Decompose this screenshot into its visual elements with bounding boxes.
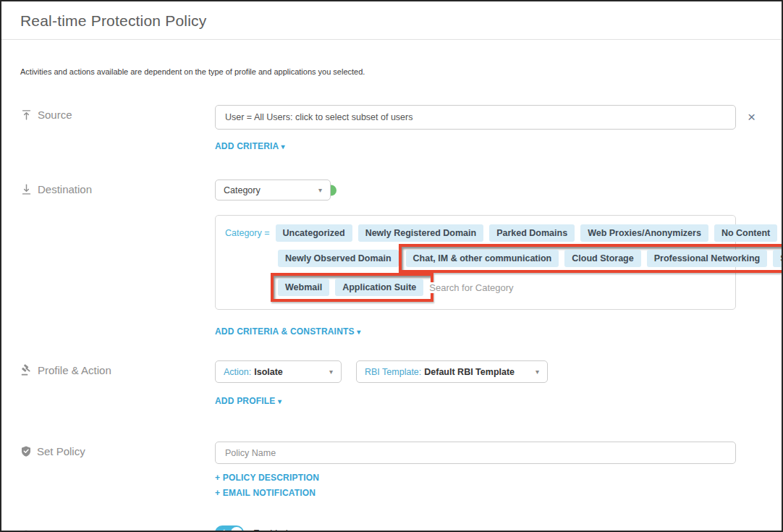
check-circle-icon <box>20 530 32 532</box>
source-label-group: Source <box>20 105 215 121</box>
set-policy-section: Set Policy + POLICY DESCRIPTION + EMAIL … <box>20 442 763 498</box>
destination-section: Destination Category ▾ Category = Uncate… <box>20 180 763 337</box>
destination-label: Destination <box>38 183 92 195</box>
set-policy-label: Set Policy <box>37 445 85 457</box>
category-chip[interactable]: Professional Networking <box>647 250 768 267</box>
category-chip[interactable]: Cloud Storage <box>564 250 640 267</box>
policy-name-input[interactable] <box>215 442 736 464</box>
chips-row-1: Category = UncategorizedNewly Registered… <box>223 221 728 244</box>
gavel-icon <box>20 364 33 376</box>
source-label: Source <box>38 109 72 121</box>
add-criteria-constraints-link[interactable]: ADD CRITERIA & CONSTRAINTS ▾ <box>215 326 361 337</box>
category-chip[interactable]: Chat, IM & other communication <box>406 250 559 267</box>
status-value: Enabled <box>253 528 288 532</box>
chevron-down-icon: ▾ <box>357 328 360 336</box>
destination-type-select[interactable]: Category ▾ <box>215 180 331 200</box>
action-select[interactable]: Action: Isolate ▾ <box>215 360 342 383</box>
highlight-box-row3: WebmailApplication Suite <box>271 273 433 302</box>
highlight-box-row2: Chat, IM & other communicationCloud Stor… <box>399 244 783 273</box>
chips-row3-highlighted-list: WebmailApplication Suite <box>278 279 429 296</box>
profile-action-label: Profile & Action <box>38 364 111 376</box>
profile-action-section: Profile & Action Action: Isolate ▾ RBI T… <box>20 360 763 407</box>
category-equals-label: Category = <box>223 228 276 238</box>
category-chip[interactable]: Uncategorized <box>276 224 352 242</box>
category-chip[interactable]: Social <box>773 250 783 267</box>
chevron-down-icon: ▾ <box>278 397 282 405</box>
category-chip[interactable]: Parked Domains <box>489 224 575 242</box>
shield-check-icon <box>20 445 32 457</box>
check-icon: ✓ <box>219 528 226 532</box>
real-time-protection-policy-page: Real-time Protection Policy Activities a… <box>0 0 783 532</box>
chips-row1-list: UncategorizedNewly Registered DomainPark… <box>276 224 778 242</box>
download-icon <box>20 183 33 195</box>
close-icon[interactable]: × <box>748 105 756 130</box>
destination-label-group: Destination <box>20 180 215 195</box>
chips-row-2: Newly Observed Domain Chat, IM & other c… <box>223 244 728 273</box>
status-section: Status ✓ Enabled + POLICY SCHEDULE <box>20 525 763 532</box>
category-chip[interactable]: Newly Registered Domain <box>358 224 484 242</box>
source-users-field[interactable]: User = All Users: click to select subset… <box>215 105 736 130</box>
search-category-input[interactable] <box>429 282 728 293</box>
category-chip[interactable]: Webmail <box>278 279 329 296</box>
set-policy-label-group: Set Policy <box>20 442 215 457</box>
source-section: Source User = All Users: click to select… <box>20 105 763 152</box>
status-label: Status <box>37 529 68 532</box>
add-profile-link[interactable]: ADD PROFILE ▾ <box>215 396 282 406</box>
upload-icon <box>20 109 33 121</box>
category-chip[interactable]: Newly Observed Domain <box>278 250 399 267</box>
profile-action-label-group: Profile & Action <box>20 360 215 376</box>
email-notification-link[interactable]: + EMAIL NOTIFICATION <box>215 488 763 498</box>
category-chip[interactable]: Application Suite <box>335 279 423 296</box>
chevron-down-icon: ▾ <box>305 186 322 194</box>
page-title: Real-time Protection Policy <box>20 12 763 30</box>
chevron-down-icon: ▾ <box>316 368 333 376</box>
category-chip[interactable]: Web Proxies/Anonymizers <box>580 224 708 242</box>
chips-row2-plain-list: Newly Observed Domain <box>278 250 399 267</box>
chips-row-3: WebmailApplication Suite <box>223 273 728 302</box>
chips-row2-highlighted-list: Chat, IM & other communicationCloud Stor… <box>406 250 783 267</box>
page-header: Real-time Protection Policy <box>1 1 782 40</box>
add-criteria-link[interactable]: ADD CRITERIA ▾ <box>215 141 285 151</box>
chevron-down-icon: ▾ <box>522 368 539 376</box>
category-chips-box: Category = UncategorizedNewly Registered… <box>215 215 736 310</box>
status-label-group: Status <box>20 525 215 532</box>
policy-description-link[interactable]: + POLICY DESCRIPTION <box>215 473 763 483</box>
chevron-down-icon: ▾ <box>282 143 285 151</box>
category-chip[interactable]: No Content <box>714 224 777 242</box>
status-toggle[interactable]: ✓ <box>215 525 244 532</box>
intro-text: Activities and actions available are dep… <box>20 67 763 76</box>
rbi-template-select[interactable]: RBI Template: Default RBI Template ▾ <box>356 360 548 383</box>
